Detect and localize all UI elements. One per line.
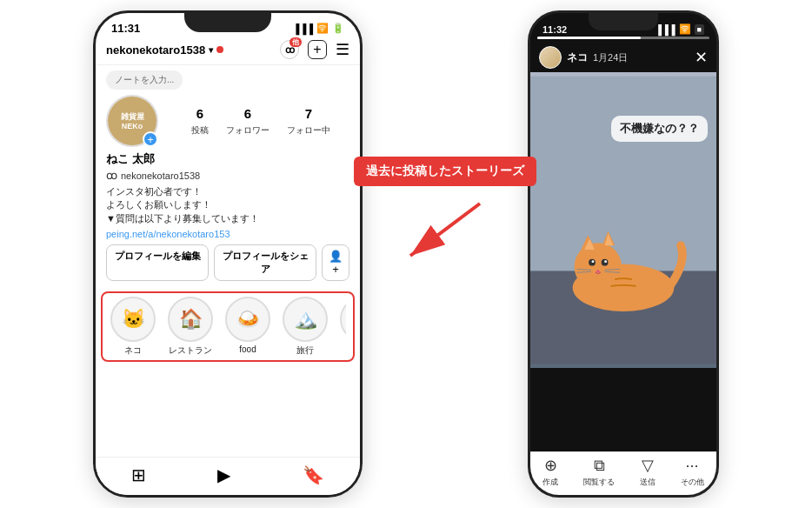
username-area: nekonekotaro1538 ▾ — [106, 43, 223, 57]
username-text: nekonekotaro1538 — [106, 43, 205, 57]
story-progress-fill — [537, 37, 641, 39]
bio-line3: ▼質問は以下より募集しています！ — [106, 212, 349, 225]
bio-line2: よろしくお願いします！ — [106, 198, 349, 211]
menu-icon[interactable]: ☰ — [336, 40, 349, 59]
story-avatar — [539, 46, 562, 69]
story-close-icon[interactable]: ✕ — [695, 48, 708, 67]
add-person-icon: 👤+ — [329, 250, 343, 276]
bio-line1: インスタ初心者です！ — [106, 185, 349, 198]
right-signal-icon: ▐▐▐ — [655, 24, 675, 35]
left-status-icons: ▐▐▐ 🛜 🔋 — [293, 23, 344, 34]
profile-name: ねこ 太郎 — [106, 151, 349, 167]
stat-followers-label: フォロワー — [226, 125, 270, 135]
stats-row: 6 投稿 6 フォロワー 7 フォロー中 — [172, 106, 349, 137]
right-status-icons: ▐▐▐ 🛜 ■ — [655, 23, 704, 35]
add-person-button[interactable]: 👤+ — [322, 244, 349, 281]
note-bubble[interactable]: ノートを入力... — [106, 70, 183, 90]
stat-followers-num: 6 — [226, 106, 270, 121]
browse-label: 閲覧する — [583, 477, 615, 488]
highlight-restaurant[interactable]: 🏠 レストラン — [167, 297, 214, 357]
threads-badge: 他 — [290, 37, 302, 47]
stat-following-label: フォロー中 — [287, 125, 330, 135]
right-nav-more[interactable]: ··· その他 — [681, 457, 704, 488]
story-progress-bar — [537, 37, 709, 39]
annotation-label: 過去に投稿したストーリーズ — [354, 157, 536, 186]
right-time: 11:32 — [542, 24, 567, 35]
highlight-restaurant-circle: 🏠 — [168, 297, 213, 342]
add-button[interactable]: + — [308, 40, 327, 59]
highlights-section: 🐱 ネコ 🏠 レストラン 🍛 food 🏔️ 旅行 — [101, 291, 355, 362]
header-icons: ꝏ 他 + ☰ — [280, 40, 349, 59]
browse-icon: ⧉ — [594, 457, 605, 475]
speech-bubble: 不機嫌なの？？ — [611, 116, 708, 142]
dropdown-icon[interactable]: ▾ — [209, 45, 213, 55]
left-time: 11:31 — [111, 22, 140, 35]
right-nav-browse[interactable]: ⧉ 閲覧する — [583, 457, 615, 488]
story-header: ネコ 1月24日 ✕ — [530, 43, 716, 72]
red-dot — [216, 46, 223, 53]
highlight-neko[interactable]: 🐱 ネコ — [110, 297, 156, 357]
story-header-left: ネコ 1月24日 — [539, 46, 628, 69]
highlight-extra-circle: 🌄 — [340, 297, 346, 342]
edit-profile-button[interactable]: プロフィールを編集 — [106, 244, 209, 281]
send-icon: ▽ — [642, 456, 654, 475]
send-label: 送信 — [640, 477, 656, 488]
highlight-restaurant-label: レストラン — [169, 344, 212, 357]
left-phone: 11:31 ▐▐▐ 🛜 🔋 nekonekotaro1538 ▾ ꝏ — [93, 10, 363, 498]
threads-handle-icon: ꝏ — [106, 169, 117, 182]
annotation-section: 過去に投稿したストーリーズ — [354, 157, 536, 351]
nav-tag-icon[interactable]: 🔖 — [303, 465, 324, 485]
avatar-add-button[interactable]: + — [143, 131, 158, 147]
highlight-neko-circle: 🐱 — [110, 297, 156, 342]
create-icon: ⊕ — [544, 456, 557, 475]
profile-bio: インスタ初心者です！ よろしくお願いします！ ▼質問は以下より募集しています！ — [106, 185, 349, 225]
create-label: 作成 — [542, 477, 558, 488]
highlight-travel-circle: 🏔️ — [283, 297, 328, 342]
svg-text:雑貨屋: 雑貨屋 — [120, 112, 145, 121]
profile-link[interactable]: peing.net/a/nekonekotaro153 — [106, 229, 349, 239]
main-wrapper: 11:31 ▐▐▐ 🛜 🔋 nekonekotaro1538 ▾ ꝏ — [17, 0, 795, 508]
right-nav-create[interactable]: ⊕ 作成 — [542, 456, 558, 488]
svg-rect-6 — [530, 77, 716, 271]
threads-button[interactable]: ꝏ 他 — [280, 40, 299, 59]
left-bottom-nav: ⊞ ▶ 🔖 — [96, 457, 360, 495]
highlight-travel-label: 旅行 — [296, 344, 314, 357]
cat-background: 不機嫌なの？？ — [530, 72, 716, 368]
svg-line-4 — [410, 204, 480, 256]
highlight-food[interactable]: 🍛 food — [224, 297, 271, 357]
nav-grid-icon[interactable]: ⊞ — [131, 465, 146, 485]
left-phone-section: 11:31 ▐▐▐ 🛜 🔋 nekonekotaro1538 ▾ ꝏ — [93, 10, 363, 498]
more-icon: ··· — [686, 457, 699, 475]
threads-handle-row: ꝏ nekonekotaro1538 — [106, 169, 349, 182]
avatar-area: 雑貨屋 NEKo + — [106, 95, 158, 147]
profile-section: ノートを入力... 雑貨屋 NEKo + — [96, 65, 360, 291]
highlight-travel[interactable]: 🏔️ 旅行 — [282, 297, 329, 357]
insta-header: nekonekotaro1538 ▾ ꝏ 他 + ☰ — [96, 37, 360, 65]
signal-icon: ▐▐▐ — [293, 23, 313, 34]
nav-reels-icon[interactable]: ▶ — [217, 465, 230, 485]
stat-followers: 6 フォロワー — [226, 106, 270, 137]
svg-text:NEKo: NEKo — [122, 122, 143, 130]
right-phone-section: 11:32 ▐▐▐ 🛜 ■ ネコ 1月24日 ✕ — [528, 10, 719, 498]
right-phone: 11:32 ▐▐▐ 🛜 ■ ネコ 1月24日 ✕ — [528, 10, 719, 498]
right-nav-send[interactable]: ▽ 送信 — [640, 456, 656, 488]
left-notch — [184, 13, 271, 32]
annotation-arrow — [393, 195, 497, 264]
right-wifi-icon: 🛜 — [679, 23, 691, 35]
svg-point-16 — [604, 260, 607, 263]
stat-posts: 6 投稿 — [191, 106, 209, 137]
wifi-icon: 🛜 — [316, 23, 329, 34]
right-notch — [589, 13, 658, 30]
right-battery-icon: ■ — [695, 24, 704, 35]
stat-posts-num: 6 — [191, 106, 209, 121]
story-image: 不機嫌なの？？ — [530, 72, 716, 368]
plus-icon: + — [313, 42, 321, 57]
right-bottom-nav: ⊕ 作成 ⧉ 閲覧する ▽ 送信 ··· その他 — [530, 451, 716, 495]
stat-following: 7 フォロー中 — [287, 106, 330, 137]
threads-handle-text: nekonekotaro1538 — [121, 170, 200, 181]
share-profile-button[interactable]: プロフィールをシェア — [214, 244, 316, 281]
highlight-extra[interactable]: 🌄 大 — [339, 297, 346, 357]
highlight-food-circle: 🍛 — [225, 297, 270, 342]
svg-point-15 — [592, 260, 595, 263]
battery-icon: 🔋 — [332, 23, 344, 34]
